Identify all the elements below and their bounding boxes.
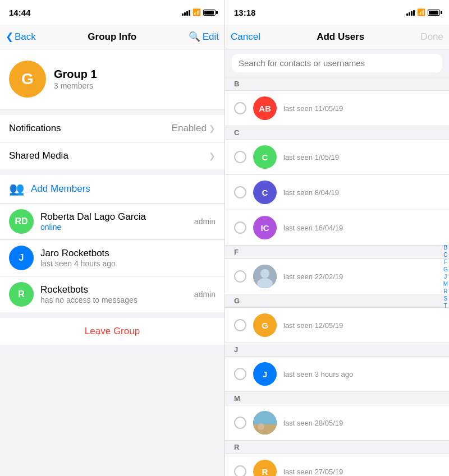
group-members-count: 3 members: [54, 81, 93, 90]
contact-row[interactable]: C last seen 1/05/19: [225, 140, 449, 175]
battery-icon-left: [203, 10, 216, 16]
contact-radio-ic[interactable]: [234, 221, 246, 234]
status-bar-right: 13:18 📶: [225, 0, 449, 25]
contact-radio-c1[interactable]: [234, 151, 246, 163]
contact-avatar-ic: IC: [253, 216, 277, 239]
status-time-right: 13:18: [234, 8, 255, 17]
member-row[interactable]: J Jaro Rocketbots last seen 4 hours ago: [0, 240, 224, 276]
notifications-label: Notifications: [9, 123, 61, 134]
member-status-rd: online: [40, 223, 187, 232]
contact-radio-ab[interactable]: [234, 102, 246, 114]
done-button[interactable]: Done: [420, 31, 443, 43]
svg-point-5: [258, 423, 264, 430]
search-input[interactable]: [232, 54, 442, 72]
signal-icon-right: [406, 9, 415, 16]
member-name-j: Jaro Rocketbots: [40, 248, 209, 259]
section-header-f: F: [225, 246, 449, 259]
contact-photo-f: [253, 265, 277, 288]
notifications-row[interactable]: Notifications Enabled ❯: [0, 115, 224, 142]
back-button[interactable]: ❮ Back: [6, 31, 36, 43]
alpha-r[interactable]: R: [443, 288, 448, 295]
alpha-j[interactable]: J: [443, 274, 448, 280]
leave-group-button[interactable]: Leave Group: [85, 326, 140, 336]
contact-lastseen-f: last seen 22/02/19: [283, 272, 440, 281]
section-header-b: B: [225, 77, 449, 91]
contact-row[interactable]: C last seen 8/04/19: [225, 175, 449, 210]
member-avatar-j: J: [9, 246, 34, 270]
contact-info-ic: last seen 16/04/19: [283, 224, 440, 232]
contact-lastseen-g: last seen 12/05/19: [283, 321, 440, 330]
section-header-g: G: [225, 294, 449, 308]
settings-section: Notifications Enabled ❯ Shared Media ❯: [0, 115, 224, 169]
group-name: Group 1: [54, 68, 97, 81]
alpha-c[interactable]: C: [443, 252, 448, 258]
nav-bar-left: ❮ Back Group Info 🔍 Edit: [0, 25, 224, 49]
alpha-t[interactable]: T: [443, 303, 448, 309]
contact-avatar-r: R: [253, 460, 277, 476]
contact-radio-c2[interactable]: [234, 186, 246, 198]
shared-media-row[interactable]: Shared Media ❯: [0, 142, 224, 169]
contact-avatar-c2: C: [253, 181, 277, 204]
section-header-c: C: [225, 126, 449, 140]
contact-avatar-g: G: [253, 313, 277, 337]
member-avatar-r: R: [9, 282, 34, 307]
contact-lastseen-m: last seen 28/05/19: [283, 419, 440, 427]
contact-info-g: last seen 12/05/19: [283, 321, 440, 330]
shared-media-label: Shared Media: [9, 150, 68, 161]
nav-bar-right: Cancel Add Users Done: [225, 25, 449, 49]
alpha-s[interactable]: S: [443, 295, 448, 302]
edit-label: Edit: [203, 31, 219, 43]
contact-photo-m: [253, 411, 277, 435]
contact-radio-m[interactable]: [234, 417, 246, 429]
right-panel: 13:18 📶 Cancel Add Users Done B AB l: [224, 0, 449, 476]
contact-row[interactable]: AB last seen 11/05/19: [225, 91, 449, 126]
contact-info-f: last seen 22/02/19: [283, 272, 440, 281]
contact-row[interactable]: J last seen 3 hours ago: [225, 357, 449, 392]
contact-info-j: last seen 3 hours ago: [283, 370, 440, 378]
contact-row[interactable]: last seen 28/05/19: [225, 405, 449, 441]
contact-radio-f[interactable]: [234, 270, 246, 283]
member-row[interactable]: R Rocketbots has no access to messages a…: [0, 276, 224, 312]
contact-row[interactable]: R last seen 27/05/19: [225, 454, 449, 476]
search-bar: [225, 49, 449, 77]
add-members-icon: 👥: [9, 182, 24, 196]
left-panel: 14:44 📶 ❮ Back Group Info 🔍 Edit G: [0, 0, 224, 476]
edit-button[interactable]: 🔍 Edit: [189, 31, 219, 43]
contact-radio-r[interactable]: [234, 465, 246, 476]
contact-lastseen-r: last seen 27/05/19: [283, 468, 440, 476]
contact-row[interactable]: G last seen 12/05/19: [225, 308, 449, 343]
add-members-label: Add Members: [31, 183, 90, 195]
contact-radio-g[interactable]: [234, 319, 246, 331]
contact-avatar-j: J: [253, 362, 277, 386]
notifications-chevron-icon: ❯: [209, 124, 216, 133]
cancel-button[interactable]: Cancel: [231, 31, 260, 43]
member-info-j: Jaro Rocketbots last seen 4 hours ago: [40, 248, 209, 268]
nav-title-right: Add Users: [317, 31, 364, 43]
contact-radio-j[interactable]: [234, 368, 246, 380]
contact-avatar-f: [253, 265, 277, 288]
group-info-text: Group 1 3 members: [54, 68, 97, 91]
section-header-m: M: [225, 392, 449, 405]
signal-icon-left: [182, 9, 190, 16]
search-icon: 🔍: [189, 31, 200, 43]
svg-point-1: [260, 269, 269, 278]
group-avatar: G: [9, 61, 46, 98]
alpha-g[interactable]: G: [443, 266, 448, 273]
add-members-row[interactable]: 👥 Add Members: [0, 175, 224, 204]
alpha-f[interactable]: F: [443, 259, 448, 266]
contact-lastseen-ab: last seen 11/05/19: [283, 104, 440, 113]
alpha-b[interactable]: B: [443, 244, 448, 251]
contact-avatar-m: [253, 411, 277, 435]
contact-info-c1: last seen 1/05/19: [283, 153, 440, 161]
alpha-m[interactable]: M: [443, 281, 448, 288]
contact-row[interactable]: IC last seen 16/04/19: [225, 210, 449, 246]
status-icons-left: 📶: [182, 8, 216, 16]
contact-lastseen-c2: last seen 8/04/19: [283, 188, 440, 197]
contact-row[interactable]: last seen 22/02/19: [225, 259, 449, 294]
status-time-left: 14:44: [9, 8, 30, 17]
contact-lastseen-c1: last seen 1/05/19: [283, 153, 440, 161]
member-row[interactable]: RD Roberta Dal Lago Garcia online admin: [0, 204, 224, 240]
shared-media-chevron: ❯: [209, 151, 216, 160]
contact-info-ab: last seen 11/05/19: [283, 104, 440, 113]
contact-avatar-ab: AB: [253, 96, 277, 120]
